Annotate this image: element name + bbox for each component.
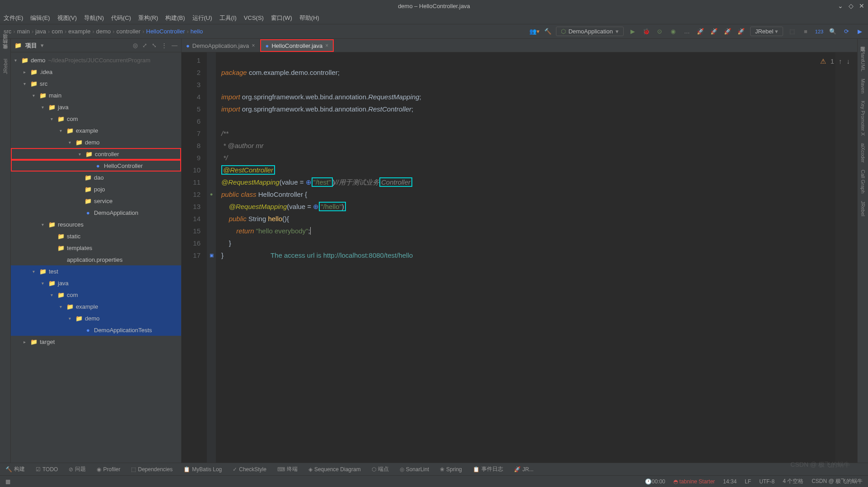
tree-static[interactable]: 📁static: [11, 230, 181, 242]
menu-帮助(H)[interactable]: 帮助(H): [299, 14, 319, 22]
menu-运行(U)[interactable]: 运行(U): [192, 14, 212, 22]
tool-CheckStyle[interactable]: ✓ CheckStyle: [233, 466, 266, 473]
tool-Profiler[interactable]: ◉ Profiler: [97, 466, 120, 473]
debug-icon[interactable]: 🐞: [642, 27, 651, 36]
tree-com[interactable]: ▾📁com: [11, 289, 181, 301]
tree-dao[interactable]: 📁dao: [11, 172, 181, 183]
run-config-select[interactable]: ⬡ DemoApplication ▾: [556, 27, 624, 36]
right-aiXcoder[interactable]: aiXcoder: [860, 143, 866, 162]
tree-.idea[interactable]: ▸📁.idea: [11, 66, 181, 78]
sync-icon[interactable]: ⟳: [842, 27, 851, 36]
tree-example[interactable]: ▾📁example: [11, 301, 181, 312]
tree-com[interactable]: ▾📁com: [11, 113, 181, 125]
tool-Sequence Diagram[interactable]: ◈ Sequence Diagram: [308, 466, 361, 473]
target-icon[interactable]: ◎: [133, 42, 138, 49]
jr-run2-icon[interactable]: 🚀: [737, 27, 746, 36]
close-tab-icon[interactable]: ×: [252, 42, 255, 49]
hide-icon[interactable]: —: [172, 42, 177, 49]
tool-问题[interactable]: ⊘ 问题: [69, 465, 86, 473]
left-JRebel[interactable]: JRebel: [3, 59, 8, 74]
menu-重构(R)[interactable]: 重构(R): [138, 14, 158, 22]
menu-导航(N)[interactable]: 导航(N): [84, 14, 104, 22]
right-JRebel[interactable]: JRebel: [860, 201, 866, 216]
123-icon[interactable]: 123: [815, 27, 824, 36]
crumb-com[interactable]: com: [51, 28, 63, 35]
crumb-HelloController[interactable]: HelloController: [146, 28, 185, 35]
menu-工具(I)[interactable]: 工具(I): [219, 14, 237, 22]
tab-DemoApplication.java[interactable]: ●DemoApplication.java×: [182, 39, 260, 52]
search-icon[interactable]: 🔍: [828, 27, 837, 36]
tree-application.properties[interactable]: application.properties: [11, 254, 181, 265]
crumb-controller[interactable]: controller: [117, 28, 140, 35]
right-PlantUML[interactable]: PlantUML: [860, 50, 866, 71]
tree-templates[interactable]: 📁templates: [11, 242, 181, 254]
coverage-icon[interactable]: ⊙: [655, 27, 664, 36]
warning-icon[interactable]: ⚠: [820, 55, 826, 67]
crumb-hello[interactable]: hello: [191, 28, 203, 35]
next-icon[interactable]: ↓: [847, 55, 850, 67]
tree-DemoApplicationTests[interactable]: ●DemoApplicationTests: [11, 324, 181, 336]
tool-事件日志[interactable]: 📋 事件日志: [473, 465, 503, 473]
tree-controller[interactable]: ▾📁controller: [11, 148, 181, 160]
layout-icon[interactable]: ▦: [5, 478, 10, 485]
stop-icon[interactable]: …: [682, 27, 691, 36]
minimap[interactable]: [835, 52, 857, 463]
users-icon[interactable]: 👥▾: [529, 28, 540, 35]
git-icon[interactable]: ⬚: [788, 27, 797, 36]
tree-test[interactable]: ▾📁test: [11, 265, 181, 277]
close-icon[interactable]: ✕: [859, 2, 864, 9]
crumb-src[interactable]: src: [4, 28, 11, 35]
tree-java[interactable]: ▾📁java: [11, 277, 181, 289]
tree-demo[interactable]: ▾📁demo: [11, 312, 181, 324]
right-Key Promoter X[interactable]: Key Promoter X: [860, 101, 866, 136]
crumb-example[interactable]: example: [68, 28, 90, 35]
jr-debug-icon[interactable]: 🚀: [709, 27, 719, 36]
expand-icon[interactable]: ⤢: [142, 42, 147, 49]
crumb-demo[interactable]: demo: [96, 28, 111, 35]
crumb-java[interactable]: java: [35, 28, 46, 35]
tree-pojo[interactable]: 📁pojo: [11, 183, 181, 195]
ide-icon[interactable]: ▶: [855, 27, 864, 36]
menu-文件(E)[interactable]: 文件(E): [4, 14, 23, 22]
status-le[interactable]: LF: [745, 478, 751, 485]
tree-main[interactable]: ▾📁main: [11, 89, 181, 101]
prev-icon[interactable]: ↑: [839, 55, 842, 67]
menu-代码(C)[interactable]: 代码(C): [111, 14, 131, 22]
tool-JR...[interactable]: 🚀 JR...: [514, 466, 534, 473]
tree-demo[interactable]: ▾📁demo~/IdeaProjects/JUCConcurrentProgra…: [11, 54, 181, 66]
run-gutter-icon[interactable]: ●: [207, 188, 216, 200]
menu-构建(B)[interactable]: 构建(B): [165, 14, 185, 22]
jrebel-select[interactable]: JRebel ▾: [750, 27, 783, 36]
minimize-icon[interactable]: ⌄: [838, 2, 843, 9]
jr-run-icon[interactable]: 🚀: [723, 27, 732, 36]
run-icon[interactable]: ▶: [628, 27, 637, 36]
menu-编辑(E)[interactable]: 编辑(E): [30, 14, 50, 22]
tool-MyBatis Log[interactable]: 📋 MyBatis Log: [183, 466, 222, 473]
right-Maven[interactable]: Maven: [860, 79, 866, 93]
more-icon[interactable]: ⋮: [161, 42, 167, 49]
hammer-icon[interactable]: 🔨: [544, 28, 551, 35]
status-branch[interactable]: CSDN @ 极飞的蜗牛: [812, 478, 863, 485]
tool-SonarLint[interactable]: ◎ SonarLint: [400, 466, 429, 473]
tool-TODO[interactable]: ☑ TODO: [36, 466, 58, 473]
method-gutter-icon[interactable]: ▣: [207, 249, 216, 261]
menu-VCS(S)[interactable]: VCS(S): [244, 14, 264, 21]
right-Call Graph[interactable]: Call Graph: [860, 170, 866, 194]
profile-icon[interactable]: ◉: [669, 27, 678, 36]
tool-Dependencies[interactable]: ⬚ Dependencies: [131, 466, 173, 473]
tree-target[interactable]: ▸📁target: [11, 336, 181, 348]
tree-service[interactable]: 📁service: [11, 195, 181, 207]
collapse-icon[interactable]: ⤡: [152, 42, 157, 49]
tool-端点[interactable]: ⬡ 端点: [372, 465, 389, 473]
close-tab-icon[interactable]: ×: [325, 42, 328, 49]
status-tabnine[interactable]: ◓ tabnine Starter: [673, 478, 715, 485]
tree-demo[interactable]: ▾📁demo: [11, 136, 181, 148]
editor-body[interactable]: ⚠ 1 ↑ ↓ 1234567891011121314151617 ●▣ pac…: [182, 52, 857, 463]
tool-构建[interactable]: 🔨 构建: [5, 465, 25, 473]
crumb-main[interactable]: main: [17, 28, 30, 35]
tree-resources[interactable]: ▾📁resources: [11, 218, 181, 230]
status-enc[interactable]: UTF-8: [759, 478, 775, 485]
status-spaces[interactable]: 4 个空格: [783, 478, 803, 485]
tab-HelloController.java[interactable]: ●HelloController.java×: [260, 39, 334, 52]
tree-java[interactable]: ▾📁java: [11, 101, 181, 113]
